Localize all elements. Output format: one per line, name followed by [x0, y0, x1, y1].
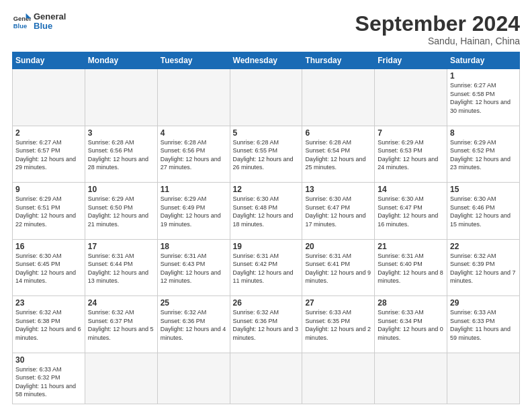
- logo: General Blue General Blue: [12, 12, 66, 32]
- weekday-header-row: Sunday Monday Tuesday Wednesday Thursday…: [13, 52, 520, 69]
- table-row: 18Sunrise: 6:31 AMSunset: 6:43 PMDayligh…: [157, 239, 230, 295]
- logo-line1: General: [34, 12, 66, 21]
- table-row: [230, 353, 302, 404]
- header-monday: Monday: [85, 52, 157, 69]
- header-sunday: Sunday: [13, 52, 85, 69]
- table-row: 6Sunrise: 6:28 AMSunset: 6:54 PMDaylight…: [302, 126, 375, 182]
- table-row: [85, 69, 157, 126]
- table-row: [157, 353, 230, 404]
- table-row: 25Sunrise: 6:32 AMSunset: 6:36 PMDayligh…: [157, 296, 230, 353]
- table-row: 26Sunrise: 6:32 AMSunset: 6:36 PMDayligh…: [230, 296, 302, 353]
- table-row: [447, 353, 520, 404]
- table-row: 24Sunrise: 6:32 AMSunset: 6:37 PMDayligh…: [85, 296, 157, 353]
- table-row: 20Sunrise: 6:31 AMSunset: 6:41 PMDayligh…: [302, 239, 375, 295]
- table-row: 13Sunrise: 6:30 AMSunset: 6:47 PMDayligh…: [302, 183, 375, 239]
- table-row: [302, 69, 375, 126]
- svg-text:Blue: Blue: [13, 24, 27, 30]
- table-row: 7Sunrise: 6:29 AMSunset: 6:53 PMDaylight…: [375, 126, 447, 182]
- header-friday: Friday: [375, 52, 447, 69]
- table-row: 14Sunrise: 6:30 AMSunset: 6:47 PMDayligh…: [375, 183, 447, 239]
- table-row: 1Sunrise: 6:27 AMSunset: 6:58 PMDaylight…: [447, 69, 520, 126]
- table-row: 21Sunrise: 6:31 AMSunset: 6:40 PMDayligh…: [375, 239, 447, 295]
- header-tuesday: Tuesday: [157, 52, 230, 69]
- table-row: 10Sunrise: 6:29 AMSunset: 6:50 PMDayligh…: [85, 183, 157, 239]
- page: General Blue General Blue September 2024…: [0, 0, 532, 411]
- table-row: 16Sunrise: 6:30 AMSunset: 6:45 PMDayligh…: [13, 239, 85, 295]
- calendar-table: Sunday Monday Tuesday Wednesday Thursday…: [12, 52, 520, 404]
- table-row: [375, 69, 447, 126]
- table-row: 4Sunrise: 6:28 AMSunset: 6:56 PMDaylight…: [157, 126, 230, 182]
- header-wednesday: Wednesday: [230, 52, 302, 69]
- table-row: 12Sunrise: 6:30 AMSunset: 6:48 PMDayligh…: [230, 183, 302, 239]
- table-row: 27Sunrise: 6:33 AMSunset: 6:35 PMDayligh…: [302, 296, 375, 353]
- table-row: 3Sunrise: 6:28 AMSunset: 6:56 PMDaylight…: [85, 126, 157, 182]
- header: General Blue General Blue September 2024…: [12, 12, 520, 46]
- table-row: 28Sunrise: 6:33 AMSunset: 6:34 PMDayligh…: [375, 296, 447, 353]
- table-row: 9Sunrise: 6:29 AMSunset: 6:51 PMDaylight…: [13, 183, 85, 239]
- table-row: 8Sunrise: 6:29 AMSunset: 6:52 PMDaylight…: [447, 126, 520, 182]
- table-row: 11Sunrise: 6:29 AMSunset: 6:49 PMDayligh…: [157, 183, 230, 239]
- table-row: [85, 353, 157, 404]
- table-row: [13, 69, 85, 126]
- header-thursday: Thursday: [302, 52, 375, 69]
- table-row: 2Sunrise: 6:27 AMSunset: 6:57 PMDaylight…: [13, 126, 85, 182]
- table-row: 30Sunrise: 6:33 AMSunset: 6:32 PMDayligh…: [13, 353, 85, 404]
- table-row: 19Sunrise: 6:31 AMSunset: 6:42 PMDayligh…: [230, 239, 302, 295]
- table-row: 23Sunrise: 6:32 AMSunset: 6:38 PMDayligh…: [13, 296, 85, 353]
- table-row: 29Sunrise: 6:33 AMSunset: 6:33 PMDayligh…: [447, 296, 520, 353]
- table-row: [302, 353, 375, 404]
- table-row: 17Sunrise: 6:31 AMSunset: 6:44 PMDayligh…: [85, 239, 157, 295]
- table-row: 5Sunrise: 6:28 AMSunset: 6:55 PMDaylight…: [230, 126, 302, 182]
- title-block: September 2024 Sandu, Hainan, China: [355, 12, 520, 46]
- logo-line2: Blue: [34, 21, 66, 31]
- location: Sandu, Hainan, China: [355, 36, 520, 46]
- month-title: September 2024: [355, 12, 520, 36]
- table-row: 15Sunrise: 6:30 AMSunset: 6:46 PMDayligh…: [447, 183, 520, 239]
- table-row: 22Sunrise: 6:32 AMSunset: 6:39 PMDayligh…: [447, 239, 520, 295]
- header-saturday: Saturday: [447, 52, 520, 69]
- table-row: [230, 69, 302, 126]
- table-row: [157, 69, 230, 126]
- table-row: [375, 353, 447, 404]
